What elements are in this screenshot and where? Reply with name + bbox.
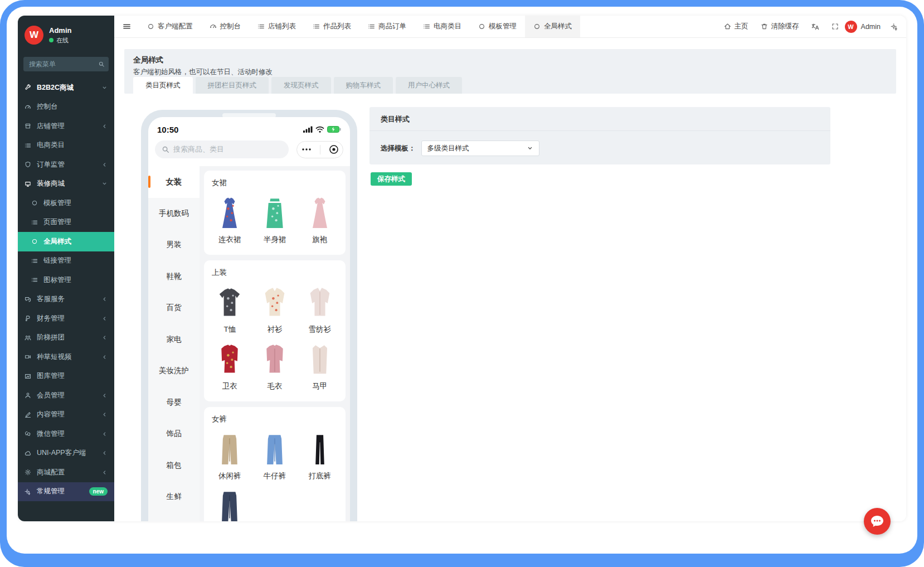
sidebar-item-7[interactable]: 页面管理 — [18, 213, 114, 232]
language-button[interactable] — [805, 23, 825, 31]
sidebar-item-label: 控制台 — [37, 102, 108, 112]
topnav-tab-2[interactable]: 店铺列表 — [249, 16, 304, 37]
edit-icon — [25, 411, 37, 418]
sidebar-item-18[interactable]: 微信管理 — [18, 424, 114, 444]
product-0-1[interactable]: 半身裙 — [252, 192, 298, 249]
topnav-tab-4[interactable]: 商品订单 — [359, 16, 415, 37]
topnav-tabs: 客户端配置控制台店铺列表作品列表商品订单电商类目模板管理全局样式 — [139, 16, 580, 37]
sidebar-item-16[interactable]: 会员管理 — [18, 386, 114, 405]
topnav-tab-0[interactable]: 客户端配置 — [139, 16, 201, 37]
sidebar-item-20[interactable]: 商城配置 — [18, 463, 114, 482]
sidebar-menu: B2B2C商城 控制台 店铺管理 电商类目 订单监管 装修商城 模板管理 页面管… — [18, 78, 114, 501]
sidebar-item-0[interactable]: B2B2C商城 — [18, 78, 114, 98]
sidebar-item-6[interactable]: 模板管理 — [18, 193, 114, 213]
sidebar-item-label: 订单监管 — [37, 160, 101, 169]
sidebar-item-15[interactable]: 图库管理 — [18, 367, 114, 386]
topnav-tab-label: 控制台 — [220, 22, 241, 31]
rail-category-3[interactable]: 鞋靴 — [148, 261, 200, 293]
avatar[interactable]: W — [845, 21, 857, 33]
topnav-tab-label: 店铺列表 — [268, 22, 296, 31]
search-icon[interactable] — [98, 60, 105, 70]
phone-screen: 10:50 搜索商品、类目 — [148, 117, 350, 521]
rail-category-4[interactable]: 百货 — [148, 292, 200, 324]
product-1-3[interactable]: 卫衣 — [207, 339, 252, 396]
product-2-3[interactable] — [207, 486, 252, 521]
customer-service-fab[interactable] — [864, 508, 891, 535]
sidebar-item-8[interactable]: 全局样式 — [18, 232, 114, 251]
page-tabs: 类目页样式拼团栏目页样式发现页样式购物车样式用户中心样式 — [133, 77, 462, 94]
rail-category-2[interactable]: 男装 — [148, 229, 200, 261]
sidebar-item-label: 图标管理 — [43, 275, 108, 285]
chevron-left-icon — [101, 450, 108, 456]
product-1-2[interactable]: 雪纺衫 — [297, 282, 342, 339]
style-tab-2[interactable]: 发现页样式 — [271, 77, 331, 94]
sidebar-item-3[interactable]: 电商类目 — [18, 136, 114, 156]
product-1-4[interactable]: 毛衣 — [252, 339, 298, 396]
product-image-pants — [260, 432, 289, 468]
product-1-1[interactable]: 衬衫 — [252, 282, 298, 339]
sidebar-item-label: 内容管理 — [37, 410, 101, 419]
sidebar-item-label: 种草短视频 — [37, 352, 101, 362]
product-2-2[interactable]: 打底裤 — [297, 429, 342, 486]
product-image-shirt — [260, 285, 289, 321]
admin-label[interactable]: Admin — [861, 23, 881, 31]
settings-button[interactable] — [888, 23, 901, 31]
section-title: 女裙 — [207, 173, 342, 192]
save-style-button[interactable]: 保存样式 — [371, 172, 412, 186]
product-1-5[interactable]: 马甲 — [297, 339, 342, 396]
close-target-icon[interactable] — [329, 144, 339, 154]
style-tab-0[interactable]: 类目页样式 — [133, 77, 193, 94]
sidebar-item-1[interactable]: 控制台 — [18, 98, 114, 117]
sidebar-item-21[interactable]: 常规管理new — [18, 482, 114, 502]
sidebar: W Admin 在线 B2B2C商城 控制台 店铺管理 — [18, 16, 114, 521]
fullscreen-button[interactable] — [825, 23, 845, 30]
rail-category-1[interactable]: 手机数码 — [148, 198, 200, 230]
rail-category-label: 男装 — [167, 240, 182, 250]
chevron-left-icon — [101, 123, 108, 129]
more-dots-icon[interactable] — [301, 148, 312, 151]
sidebar-item-4[interactable]: 订单监管 — [18, 155, 114, 175]
rail-category-8[interactable]: 饰品 — [148, 418, 200, 450]
rail-category-5[interactable]: 家电 — [148, 324, 200, 356]
sidebar-item-10[interactable]: 图标管理 — [18, 270, 114, 290]
rail-category-6[interactable]: 美妆洗护 — [148, 355, 200, 387]
product-0-0[interactable]: 连衣裙 — [207, 192, 252, 249]
topnav-tab-1[interactable]: 控制台 — [201, 16, 250, 37]
rail-category-label: 生鲜 — [167, 492, 182, 502]
style-tab-3[interactable]: 购物车样式 — [334, 77, 393, 94]
sidebar-item-19[interactable]: UNI-APP客户端 — [18, 444, 114, 463]
rail-category-7[interactable]: 母婴 — [148, 387, 200, 419]
expand-icon — [831, 23, 839, 30]
sidebar-item-12[interactable]: 财务管理 — [18, 309, 114, 328]
product-0-2[interactable]: 旗袍 — [297, 192, 342, 249]
product-1-0[interactable]: T恤 — [207, 282, 252, 339]
rail-category-0[interactable]: 女装 — [148, 166, 200, 198]
topnav-tab-6[interactable]: 模板管理 — [470, 16, 525, 37]
hamburger-icon[interactable] — [114, 16, 139, 37]
user-status: 在线 — [49, 36, 71, 45]
sidebar-item-5[interactable]: 装修商城 — [18, 175, 114, 194]
status-time: 10:50 — [157, 125, 178, 134]
template-select[interactable]: 多级类目样式 — [421, 140, 539, 156]
product-2-0[interactable]: 休闲裤 — [207, 429, 252, 486]
sidebar-search-input[interactable] — [23, 57, 109, 71]
sidebar-item-9[interactable]: 链接管理 — [18, 251, 114, 271]
sidebar-item-17[interactable]: 内容管理 — [18, 405, 114, 425]
phone-search-input[interactable]: 搜索商品、类目 — [155, 140, 289, 158]
clear-cache-button[interactable]: 清除缓存 — [755, 22, 805, 31]
topnav-tab-7[interactable]: 全局样式 — [525, 16, 580, 37]
rail-category-9[interactable]: 箱包 — [148, 450, 200, 482]
topnav-tab-5[interactable]: 电商类目 — [415, 16, 470, 37]
rail-category-10[interactable]: 生鲜 — [148, 481, 200, 513]
sidebar-item-11[interactable]: 客服服务 — [18, 290, 114, 309]
home-link[interactable]: 主页 — [718, 22, 755, 31]
sidebar-item-13[interactable]: 阶梯拼团 — [18, 328, 114, 348]
user-status-label: 在线 — [56, 36, 69, 45]
topnav-tab-3[interactable]: 作品列表 — [304, 16, 359, 37]
style-tab-4[interactable]: 用户中心样式 — [396, 77, 462, 94]
product-2-1[interactable]: 牛仔裤 — [252, 429, 298, 486]
sidebar-item-2[interactable]: 店铺管理 — [18, 117, 114, 136]
sidebar-item-14[interactable]: 种草短视频 — [18, 347, 114, 367]
style-tab-1[interactable]: 拼团栏目页样式 — [196, 77, 269, 94]
product-name: 休闲裤 — [218, 471, 241, 480]
